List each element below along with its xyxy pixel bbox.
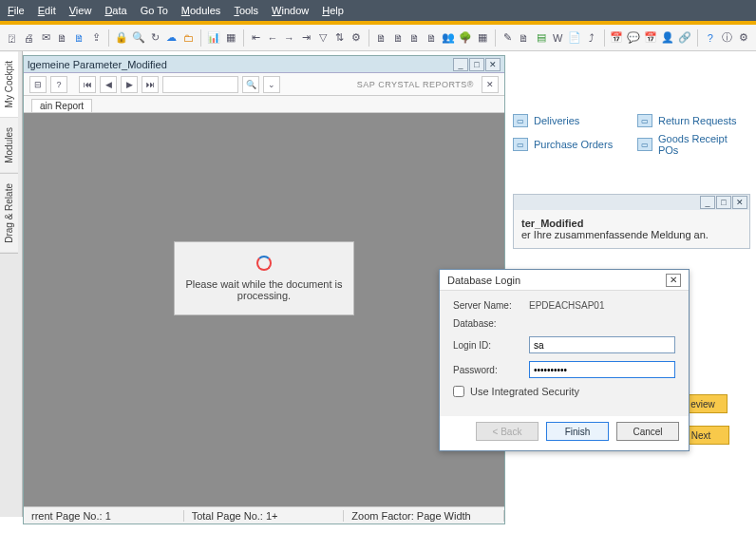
toolbar-icon[interactable]: ⍰ bbox=[6, 29, 19, 48]
grid-icon[interactable]: ▦ bbox=[476, 29, 489, 48]
menu-goto[interactable]: Go To bbox=[141, 5, 168, 16]
launch-icon[interactable]: ⤴ bbox=[585, 29, 598, 48]
group-tree-icon[interactable]: ⊟ bbox=[29, 76, 47, 93]
prev-icon[interactable]: ← bbox=[266, 29, 279, 48]
last-page-button[interactable]: ⏭ bbox=[142, 76, 159, 93]
zoom-dropdown[interactable]: ⌄ bbox=[263, 76, 280, 93]
info-icon[interactable]: ⓘ bbox=[721, 29, 734, 48]
vtab-drag[interactable]: Drag & Relate bbox=[0, 174, 18, 254]
print-icon[interactable]: 🖨 bbox=[23, 29, 36, 48]
params-icon[interactable]: ? bbox=[50, 76, 67, 93]
tree-icon[interactable]: 🌳 bbox=[459, 29, 472, 48]
pdf-icon[interactable]: 📄 bbox=[568, 29, 581, 48]
loading-text: Please wait while the document is proces… bbox=[184, 278, 344, 301]
link-deliveries[interactable]: ▭Deliveries bbox=[513, 114, 626, 127]
next-icon[interactable]: → bbox=[283, 29, 296, 48]
menu-file[interactable]: File bbox=[8, 5, 25, 16]
report-toolbar: ⊟ ? ⏮ ◀ ▶ ⏭ 🔍 ⌄ SAP CRYSTAL REPORTS® ✕ bbox=[24, 73, 504, 96]
last-icon[interactable]: ⇥ bbox=[299, 29, 312, 48]
password-input[interactable] bbox=[529, 361, 675, 378]
dialog-titlebar[interactable]: Database Login ✕ bbox=[440, 270, 689, 291]
refresh-icon[interactable]: ↻ bbox=[149, 29, 162, 48]
page-icon[interactable]: 🗎 bbox=[425, 29, 439, 48]
close-panel-icon[interactable]: ✕ bbox=[482, 76, 499, 93]
integrated-security-checkbox[interactable] bbox=[453, 386, 464, 397]
minimize-button[interactable]: _ bbox=[453, 58, 468, 71]
menu-edit[interactable]: Edit bbox=[38, 5, 56, 16]
page-icon[interactable]: 🗎 bbox=[375, 29, 388, 48]
doc-icon[interactable]: 🗎 bbox=[56, 29, 69, 48]
menu-window[interactable]: Window bbox=[272, 5, 309, 16]
menu-data[interactable]: Data bbox=[104, 5, 126, 16]
new-icon[interactable]: 🗎 bbox=[518, 29, 531, 48]
login-id-label: Login ID: bbox=[453, 340, 529, 351]
sort-icon[interactable]: ⇅ bbox=[333, 29, 347, 48]
vtab-cockpit[interactable]: My Cockpit bbox=[0, 51, 18, 118]
dialog-title: Database Login bbox=[447, 275, 520, 286]
page-input[interactable] bbox=[162, 76, 238, 93]
vtab-modules[interactable]: Modules bbox=[0, 118, 18, 174]
settings-icon[interactable]: ⚙ bbox=[737, 29, 750, 48]
menu-help[interactable]: Help bbox=[322, 5, 344, 16]
tab-main-report[interactable]: ain Report bbox=[31, 99, 92, 112]
dialog-close-button[interactable]: ✕ bbox=[666, 274, 681, 287]
separator bbox=[604, 29, 605, 47]
link-goods-receipt[interactable]: ▭Goods Receipt POs bbox=[637, 133, 750, 156]
maximize-button[interactable]: □ bbox=[469, 58, 484, 71]
password-label: Password: bbox=[453, 365, 529, 375]
msg-icon[interactable]: 💬 bbox=[627, 29, 640, 48]
menu-tools[interactable]: Tools bbox=[234, 5, 258, 16]
link-icon[interactable]: 🔗 bbox=[678, 29, 691, 48]
tool-icon[interactable]: ⚙ bbox=[350, 29, 363, 48]
page-icon[interactable]: 🗎 bbox=[391, 29, 405, 48]
doc-icon: ▭ bbox=[513, 114, 528, 127]
first-page-button[interactable]: ⏮ bbox=[79, 76, 96, 93]
cloud-icon[interactable]: ☁ bbox=[165, 29, 179, 48]
report-titlebar[interactable]: lgemeine Parameter_Modified _ □ ✕ bbox=[24, 56, 504, 73]
report-canvas: Please wait while the document is proces… bbox=[24, 113, 504, 506]
doc-icon: ▭ bbox=[637, 114, 652, 127]
report-title: lgemeine Parameter_Modified bbox=[28, 59, 167, 70]
excel-icon[interactable]: ▤ bbox=[535, 29, 548, 48]
search-icon[interactable]: 🔍 bbox=[242, 76, 259, 93]
maximize-button[interactable]: □ bbox=[716, 196, 731, 209]
cancel-button[interactable]: Cancel bbox=[616, 422, 679, 441]
doc-blue-icon[interactable]: 🗎 bbox=[73, 29, 86, 48]
lock-icon[interactable]: 🔒 bbox=[115, 29, 128, 48]
find-icon[interactable]: 🔍 bbox=[132, 29, 145, 48]
cal2-icon[interactable]: 📅 bbox=[644, 29, 657, 48]
user-icon[interactable]: 👤 bbox=[661, 29, 674, 48]
help-icon[interactable]: ? bbox=[704, 29, 717, 48]
filter-icon[interactable]: ▽ bbox=[316, 29, 330, 48]
crystal-brand: SAP CRYSTAL REPORTS® bbox=[357, 80, 474, 89]
layout-icon[interactable]: ▦ bbox=[224, 29, 237, 48]
link-return-requests[interactable]: ▭Return Requests bbox=[637, 114, 750, 127]
separator bbox=[108, 29, 109, 47]
page-icon[interactable]: 🗎 bbox=[408, 29, 422, 48]
close-button[interactable]: ✕ bbox=[485, 58, 501, 71]
prev-page-button[interactable]: ◀ bbox=[100, 76, 117, 93]
report-window: lgemeine Parameter_Modified _ □ ✕ ⊟ ? ⏮ … bbox=[23, 55, 505, 524]
mail-icon[interactable]: ✉ bbox=[39, 29, 52, 48]
database-login-dialog: Database Login ✕ Server Name: EPDEACHSAP… bbox=[439, 269, 690, 451]
close-button[interactable]: ✕ bbox=[732, 196, 747, 209]
spinner-icon bbox=[256, 256, 272, 271]
edit-icon[interactable]: ✎ bbox=[501, 29, 515, 48]
export-icon[interactable]: ⇪ bbox=[89, 29, 103, 48]
next-page-button[interactable]: ▶ bbox=[121, 76, 138, 93]
menu-view[interactable]: View bbox=[69, 5, 92, 16]
finish-button[interactable]: Finish bbox=[546, 422, 609, 441]
minimize-button[interactable]: _ bbox=[700, 196, 715, 209]
menu-modules[interactable]: Modules bbox=[181, 5, 221, 16]
server-value: EPDEACHSAP01 bbox=[529, 300, 604, 311]
server-label: Server Name: bbox=[453, 300, 529, 311]
cal-icon[interactable]: 📅 bbox=[610, 29, 623, 48]
people-icon[interactable]: 👥 bbox=[442, 29, 455, 48]
folder-icon[interactable]: 🗀 bbox=[182, 29, 196, 48]
chart-icon[interactable]: 📊 bbox=[207, 29, 220, 48]
word-icon[interactable]: W bbox=[551, 29, 564, 48]
login-id-input[interactable] bbox=[529, 336, 675, 353]
first-icon[interactable]: ⇤ bbox=[249, 29, 262, 48]
subwin-title: ter_Modified bbox=[521, 218, 583, 229]
link-purchase-orders[interactable]: ▭Purchase Orders bbox=[513, 133, 626, 156]
